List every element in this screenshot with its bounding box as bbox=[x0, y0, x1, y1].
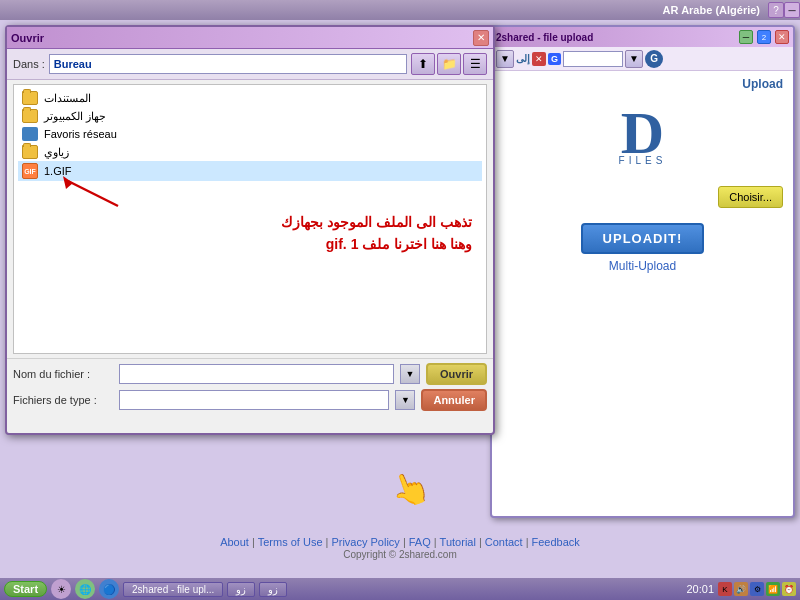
close-tab-button[interactable]: ✕ bbox=[532, 52, 546, 66]
browser-tab-count[interactable]: 2 bbox=[757, 30, 771, 44]
filename-input[interactable] bbox=[119, 364, 394, 384]
list-item[interactable]: زياوي bbox=[18, 143, 482, 161]
upload-button[interactable]: UPLOADIT! bbox=[581, 223, 705, 254]
location-input[interactable] bbox=[49, 54, 407, 74]
choisir-button[interactable]: Choisir... bbox=[718, 186, 783, 208]
dialog-title: Ouvrir bbox=[11, 32, 473, 44]
terms-link[interactable]: Terms of Use bbox=[258, 536, 323, 548]
svg-marker-0 bbox=[63, 176, 73, 189]
nav-new-folder-button[interactable]: 📁 bbox=[437, 53, 461, 75]
start-button[interactable]: Start bbox=[4, 581, 47, 597]
d-files-subtitle: FILES bbox=[496, 155, 789, 166]
upload-label: Upload bbox=[742, 77, 783, 91]
filetype-dropdown[interactable]: ▼ bbox=[395, 390, 415, 410]
to-label: إلى bbox=[516, 53, 530, 64]
footer-links: About|Terms of Use|Privacy Policy|FAQ|Tu… bbox=[0, 536, 800, 548]
taskbar-icon-3[interactable]: 🔵 bbox=[99, 579, 119, 599]
go-button[interactable]: G bbox=[645, 50, 663, 68]
gif-file-icon: GIF bbox=[22, 163, 38, 179]
logo-area: D FILES bbox=[496, 93, 789, 176]
choisir-area: Choisir... bbox=[496, 186, 789, 208]
annotation-text-line1: تذهب الى الملف الموجود بجهازك bbox=[28, 211, 472, 233]
faq-link[interactable]: FAQ bbox=[409, 536, 431, 548]
browser-titlebar: 2shared - file upload ─ 2 ✕ bbox=[492, 27, 793, 47]
taskbar-item-2[interactable]: زو bbox=[259, 582, 287, 597]
folder-icon bbox=[22, 109, 38, 123]
tray-icon-4[interactable]: 📶 bbox=[766, 582, 780, 596]
multi-upload-link[interactable]: Multi-Upload bbox=[496, 259, 789, 273]
minimize-top-button[interactable]: ─ bbox=[784, 2, 800, 18]
filename-dropdown[interactable]: ▼ bbox=[400, 364, 420, 384]
list-item[interactable]: جهاز الكمبيوتر bbox=[18, 107, 482, 125]
file-open-dialog: Ouvrir ✕ Dans : ⬆ 📁 ☰ المستندات جهاز الك… bbox=[5, 25, 495, 435]
red-arrow-icon bbox=[48, 171, 128, 211]
feedback-link[interactable]: Feedback bbox=[532, 536, 580, 548]
annotation-text-line2: وهنا هنا اخترنا ملف 1 .gif bbox=[28, 233, 472, 255]
dialog-close-button[interactable]: ✕ bbox=[473, 30, 489, 46]
taskbar-item-1[interactable]: زو bbox=[227, 582, 255, 597]
browser-title: 2shared - file upload bbox=[496, 32, 735, 43]
tutorial-link[interactable]: Tutorial bbox=[440, 536, 476, 548]
file-name: جهاز الكمبيوتر bbox=[44, 110, 106, 123]
cancel-button[interactable]: Annuler bbox=[421, 389, 487, 411]
folder-icon bbox=[22, 91, 38, 105]
taskbar-item-browser[interactable]: 2shared - file upl... bbox=[123, 582, 223, 597]
filename-label: Nom du fichier : bbox=[13, 368, 113, 380]
taskbar-icon-2[interactable]: 🌐 bbox=[75, 579, 95, 599]
folder-icon bbox=[22, 145, 38, 159]
open-button[interactable]: Ouvrir bbox=[426, 363, 487, 385]
footer-copyright: Copyright © 2shared.com bbox=[0, 549, 800, 560]
contact-link[interactable]: Contact bbox=[485, 536, 523, 548]
list-item[interactable]: المستندات bbox=[18, 89, 482, 107]
file-name: زياوي bbox=[44, 146, 69, 159]
help-button[interactable]: ? bbox=[768, 2, 784, 18]
filetype-label: Fichiers de type : bbox=[13, 394, 113, 406]
upload-btn-area: UPLOADIT! Multi-Upload bbox=[496, 223, 789, 273]
top-titlebar: AR Arabe (Algérie) ? ─ bbox=[0, 0, 800, 20]
file-name: Favoris réseau bbox=[44, 128, 117, 140]
upload-label-area: Upload bbox=[496, 75, 789, 93]
hand-cursor-icon: 👆 bbox=[385, 464, 436, 513]
network-icon bbox=[22, 127, 38, 141]
browser-minimize-button[interactable]: ─ bbox=[739, 30, 753, 44]
google-search-box: G ▼ G bbox=[548, 50, 663, 68]
browser-toolbar: ▼ إلى ✕ G ▼ G bbox=[492, 47, 793, 71]
privacy-link[interactable]: Privacy Policy bbox=[331, 536, 399, 548]
bottom-fields: Nom du fichier : ▼ Ouvrir Fichiers de ty… bbox=[7, 358, 493, 419]
tray-icon-3[interactable]: ⚙ bbox=[750, 582, 764, 596]
address-bar-area: ▼ إلى ✕ bbox=[496, 50, 546, 68]
taskbar-icon-1[interactable]: ☀ bbox=[51, 579, 71, 599]
about-link[interactable]: About bbox=[220, 536, 249, 548]
bottom-taskbar: Start ☀ 🌐 🔵 2shared - file upl... زو زو … bbox=[0, 578, 800, 600]
location-bar: Dans : ⬆ 📁 ☰ bbox=[7, 49, 493, 80]
tray-icon-2[interactable]: 🔊 bbox=[734, 582, 748, 596]
file-name: المستندات bbox=[44, 92, 91, 105]
dialog-titlebar: Ouvrir ✕ bbox=[7, 27, 493, 49]
file-list[interactable]: المستندات جهاز الكمبيوتر Favoris réseau … bbox=[13, 84, 487, 354]
browser-content: Upload D FILES Choisir... UPLOADIT! Mult… bbox=[492, 71, 793, 277]
nav-view-button[interactable]: ☰ bbox=[463, 53, 487, 75]
location-label: Dans : bbox=[13, 58, 45, 70]
filetype-row: Fichiers de type : ▼ Annuler bbox=[13, 389, 487, 411]
google-search-dropdown[interactable]: ▼ bbox=[625, 50, 643, 68]
browser-window: 2shared - file upload ─ 2 ✕ ▼ إلى ✕ G ▼ … bbox=[490, 25, 795, 518]
taskbar-time: 20:01 bbox=[686, 583, 714, 595]
main-area: Ouvrir ✕ Dans : ⬆ 📁 ☰ المستندات جهاز الك… bbox=[0, 20, 800, 578]
tray-icon-5[interactable]: ⏰ bbox=[782, 582, 796, 596]
filename-row: Nom du fichier : ▼ Ouvrir bbox=[13, 363, 487, 385]
system-tray: K 🔊 ⚙ 📶 ⏰ bbox=[718, 582, 796, 596]
nav-up-button[interactable]: ⬆ bbox=[411, 53, 435, 75]
tray-icon-antivirus[interactable]: K bbox=[718, 582, 732, 596]
ar-locale-label: AR Arabe (Algérie) bbox=[663, 4, 760, 16]
nav-buttons: ⬆ 📁 ☰ bbox=[411, 53, 487, 75]
list-item[interactable]: Favoris réseau bbox=[18, 125, 482, 143]
browser-close-button[interactable]: ✕ bbox=[775, 30, 789, 44]
d-files-logo: D bbox=[496, 103, 789, 163]
annotation: تذهب الى الملف الموجود بجهازك وهنا هنا ا… bbox=[18, 201, 482, 266]
google-logo: G bbox=[548, 53, 561, 65]
google-search-input[interactable] bbox=[563, 51, 623, 67]
nav-dropdown-button[interactable]: ▼ bbox=[496, 50, 514, 68]
filetype-input[interactable] bbox=[119, 390, 389, 410]
